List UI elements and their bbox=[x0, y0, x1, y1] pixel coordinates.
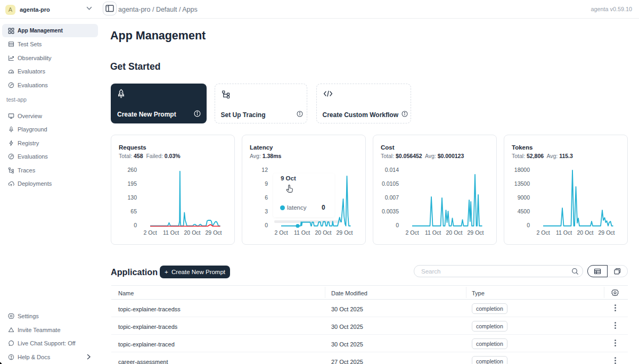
svg-text:9000: 9000 bbox=[518, 194, 530, 201]
svg-text:65: 65 bbox=[130, 208, 137, 214]
svg-text:20 Oct: 20 Oct bbox=[446, 229, 463, 236]
svg-text:13500: 13500 bbox=[514, 180, 530, 187]
svg-text:29 Oct: 29 Oct bbox=[468, 229, 484, 236]
svg-text:130: 130 bbox=[127, 194, 137, 201]
svg-text:195: 195 bbox=[127, 180, 137, 187]
svg-text:0: 0 bbox=[265, 222, 268, 228]
svg-text:11 Oct: 11 Oct bbox=[163, 229, 179, 236]
svg-text:0.014: 0.014 bbox=[385, 167, 399, 173]
svg-text:20 Oct: 20 Oct bbox=[577, 229, 594, 236]
svg-text:9: 9 bbox=[265, 180, 268, 187]
svg-text:11 Oct: 11 Oct bbox=[556, 229, 572, 236]
svg-text:18000: 18000 bbox=[514, 167, 530, 173]
svg-text:4500: 4500 bbox=[518, 208, 530, 214]
svg-text:11 Oct: 11 Oct bbox=[425, 229, 441, 236]
svg-text:12: 12 bbox=[261, 167, 268, 173]
svg-text:260: 260 bbox=[127, 167, 137, 173]
svg-text:29 Oct: 29 Oct bbox=[206, 229, 222, 236]
svg-text:0.007: 0.007 bbox=[385, 194, 399, 201]
svg-text:29 Oct: 29 Oct bbox=[599, 229, 615, 236]
svg-text:6: 6 bbox=[265, 194, 268, 201]
svg-text:11 Oct: 11 Oct bbox=[294, 229, 310, 236]
svg-text:0.0105: 0.0105 bbox=[382, 180, 399, 187]
svg-text:0.0035: 0.0035 bbox=[382, 208, 399, 214]
svg-text:20 Oct: 20 Oct bbox=[315, 229, 332, 236]
svg-text:0: 0 bbox=[134, 222, 137, 228]
svg-text:2 Oct: 2 Oct bbox=[536, 229, 550, 236]
svg-text:20 Oct: 20 Oct bbox=[184, 229, 201, 236]
svg-text:0: 0 bbox=[396, 222, 399, 228]
svg-text:3: 3 bbox=[265, 208, 268, 214]
svg-text:29 Oct: 29 Oct bbox=[337, 229, 353, 236]
svg-text:0: 0 bbox=[527, 222, 530, 228]
svg-text:2 Oct: 2 Oct bbox=[274, 229, 288, 236]
svg-text:2 Oct: 2 Oct bbox=[405, 229, 419, 236]
svg-text:2 Oct: 2 Oct bbox=[143, 229, 157, 236]
